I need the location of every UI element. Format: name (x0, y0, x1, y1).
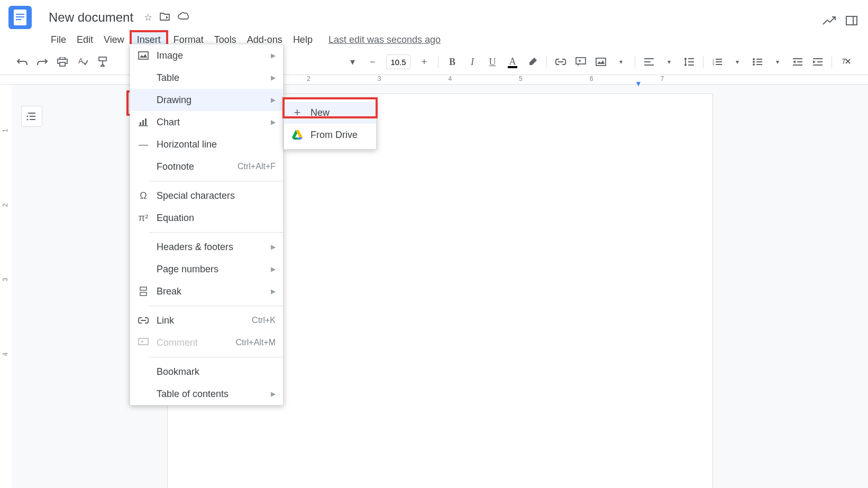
menu-image[interactable]: Image ▶ (130, 44, 283, 67)
font-dropdown-button[interactable]: ▾ (344, 53, 361, 70)
menu-label: New (310, 107, 369, 118)
line-spacing-button[interactable] (681, 53, 698, 70)
comment-icon (138, 337, 149, 348)
menu-horizontal-line[interactable]: — Horizontal line (130, 133, 283, 155)
svg-rect-8 (60, 62, 65, 66)
menu-label: Equation (157, 213, 276, 224)
highlight-button[interactable] (524, 53, 541, 70)
menu-label: Page numbers (157, 264, 271, 275)
menu-label: Headers & footers (157, 242, 271, 253)
shortcut-text: Ctrl+Alt+F (237, 162, 276, 171)
bullet-list-button[interactable] (749, 53, 766, 70)
spellcheck-button[interactable]: A (74, 53, 91, 70)
font-size-input[interactable]: 10.5 (386, 54, 410, 69)
submenu-new[interactable]: + New (284, 102, 376, 124)
blank-icon (138, 263, 149, 275)
arrow-icon: ▶ (271, 288, 276, 295)
menu-label: Table (157, 72, 271, 84)
outline-button[interactable] (21, 106, 42, 127)
font-size-increase-button[interactable]: + (416, 53, 433, 70)
link-icon (138, 315, 149, 326)
shortcut-text: Ctrl+Alt+M (235, 338, 276, 347)
redo-button[interactable] (34, 53, 51, 70)
svg-rect-14 (596, 58, 606, 66)
svg-text:A: A (78, 57, 84, 65)
menu-label: Horizontal line (157, 139, 276, 150)
blank-icon (138, 366, 149, 377)
bullet-list-dropdown[interactable]: ▾ (769, 53, 786, 70)
bold-button[interactable]: B (444, 53, 461, 70)
svg-rect-48 (140, 122, 141, 125)
blank-icon (138, 388, 149, 400)
menu-footnote[interactable]: Footnote Ctrl+Alt+F (130, 155, 283, 178)
svg-point-28 (753, 61, 755, 63)
menu-comment: Comment Ctrl+Alt+M (130, 332, 283, 354)
image-dropdown-button[interactable]: ▾ (613, 53, 629, 70)
drawing-icon (138, 94, 149, 106)
ruler-mark: 6 (590, 75, 593, 82)
menu-special-chars[interactable]: Ω Special characters (130, 185, 283, 207)
star-icon[interactable]: ☆ (144, 12, 152, 24)
align-button[interactable] (641, 53, 657, 70)
shortcut-text: Ctrl+K (252, 316, 276, 325)
menu-label: From Drive (310, 130, 369, 141)
menu-page-numbers[interactable]: Page numbers ▶ (130, 258, 283, 280)
svg-point-29 (753, 63, 755, 66)
undo-button[interactable] (14, 53, 31, 70)
divider (149, 357, 283, 357)
svg-point-45 (27, 119, 29, 121)
docs-logo-icon[interactable] (8, 6, 32, 29)
paint-format-button[interactable] (94, 53, 111, 70)
menu-file[interactable]: File (45, 32, 71, 48)
svg-rect-4 (846, 16, 857, 25)
menu-label: Drawing (157, 95, 271, 106)
menu-label: Image (157, 50, 271, 61)
comment-button[interactable] (572, 53, 589, 70)
numbered-list-button[interactable]: 123 (709, 53, 726, 70)
menu-bookmark[interactable]: Bookmark (130, 361, 283, 383)
trend-icon[interactable] (823, 15, 836, 29)
ruler-mark: 3 (378, 75, 381, 82)
increase-indent-button[interactable] (809, 53, 826, 70)
cloud-icon[interactable] (178, 12, 189, 24)
menu-break[interactable]: Break ▶ (130, 280, 283, 302)
numbered-list-dropdown[interactable]: ▾ (729, 53, 746, 70)
italic-button[interactable]: I (464, 53, 481, 70)
link-button[interactable] (552, 53, 569, 70)
menu-label: Comment (157, 337, 235, 348)
divider (149, 306, 283, 306)
menu-headers-footers[interactable]: Headers & footers ▶ (130, 236, 283, 258)
last-edit-text[interactable]: Last edit was seconds ago (328, 34, 441, 45)
menu-label: Break (157, 286, 271, 297)
submenu-from-drive[interactable]: From Drive (284, 124, 376, 146)
menu-chart[interactable]: Chart ▶ (130, 111, 283, 133)
svg-rect-1 (16, 14, 24, 15)
menu-view[interactable]: View (98, 32, 130, 48)
ruler-mark: 3 (2, 278, 10, 282)
ruler-indicator-icon[interactable]: ▼ (635, 79, 642, 88)
menu-label: Special characters (157, 190, 276, 201)
menu-help[interactable]: Help (288, 32, 318, 48)
image-button[interactable] (592, 53, 609, 70)
document-title[interactable]: New document (45, 9, 136, 26)
decrease-indent-button[interactable] (789, 53, 806, 70)
menu-edit[interactable]: Edit (71, 32, 98, 48)
align-dropdown-button[interactable]: ▾ (661, 53, 678, 70)
font-size-decrease-button[interactable]: − (364, 53, 381, 70)
print-button[interactable] (54, 53, 71, 70)
menu-equation[interactable]: π² Equation (130, 207, 283, 229)
ruler-mark: 2 (2, 204, 10, 207)
svg-rect-3 (16, 19, 21, 20)
move-icon[interactable] (160, 12, 170, 24)
clear-format-button[interactable]: T (837, 53, 854, 70)
text-color-button[interactable]: A (504, 53, 521, 70)
blank-icon (138, 241, 149, 253)
menu-drawing[interactable]: Drawing ▶ (130, 89, 283, 111)
menu-table[interactable]: Table ▶ (130, 67, 283, 89)
underline-button[interactable]: U (484, 53, 501, 70)
break-icon (138, 286, 149, 297)
panel-icon[interactable] (846, 15, 857, 29)
menu-link[interactable]: Link Ctrl+K (130, 309, 283, 332)
menu-toc[interactable]: Table of contents ▶ (130, 383, 283, 405)
ruler-mark: 7 (660, 75, 664, 82)
